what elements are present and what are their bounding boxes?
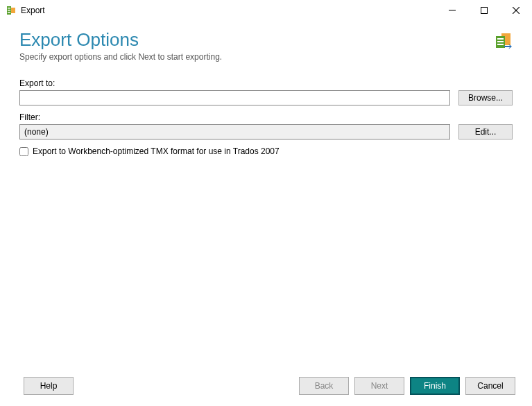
maximize-button[interactable]: [468, 0, 500, 21]
workbench-tmx-label[interactable]: Export to Workbench-optimized TMX format…: [33, 146, 280, 156]
svg-rect-1: [11, 8, 15, 13]
page-subtitle: Specify export options and click Next to…: [19, 52, 493, 62]
workbench-tmx-checkbox[interactable]: [19, 147, 28, 156]
cancel-button[interactable]: Cancel: [465, 377, 515, 395]
browse-button[interactable]: Browse...: [458, 90, 513, 105]
titlebar: Export: [0, 0, 532, 21]
window-controls: [436, 0, 532, 21]
minimize-button[interactable]: [436, 0, 468, 21]
export-icon: [493, 32, 513, 51]
filter-label: Filter:: [19, 112, 513, 122]
svg-rect-6: [481, 8, 488, 14]
edit-button[interactable]: Edit...: [458, 124, 513, 139]
page-title: Export Options: [19, 29, 493, 51]
help-button[interactable]: Help: [24, 377, 74, 395]
export-to-label: Export to:: [19, 78, 513, 88]
svg-rect-2: [8, 8, 10, 9]
svg-rect-4: [8, 12, 10, 13]
finish-button[interactable]: Finish: [410, 377, 460, 395]
svg-rect-11: [497, 38, 504, 40]
app-icon: [6, 5, 17, 16]
filter-value: (none): [19, 124, 450, 139]
window-title: Export: [21, 6, 436, 15]
footer: Help Back Next Finish Cancel: [0, 370, 532, 406]
svg-rect-3: [8, 10, 10, 11]
svg-rect-12: [497, 41, 504, 42]
export-to-input[interactable]: [19, 90, 450, 105]
next-button: Next: [354, 377, 404, 395]
content: Export to: Browse... Filter: (none) Edit…: [0, 67, 532, 370]
header: Export Options Specify export options an…: [0, 21, 532, 67]
close-button[interactable]: [500, 0, 532, 21]
back-button: Back: [299, 377, 349, 395]
svg-rect-13: [497, 44, 504, 45]
